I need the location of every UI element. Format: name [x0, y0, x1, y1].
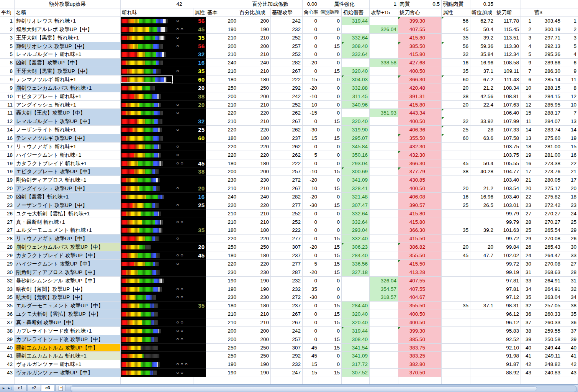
cell-element2[interactable]: 38 [442, 167, 470, 176]
cell-slots[interactable]: ○○ [173, 318, 193, 327]
cell-rank2[interactable]: 21 [521, 176, 533, 184]
cell-charge3[interactable]: 270.08 [533, 235, 562, 243]
col-draw-slash[interactable]: 拔刀斬 [495, 8, 521, 17]
cell-crit-rate[interactable]: -20 [303, 268, 319, 277]
cell-crit-rate[interactable]: -10 [303, 92, 319, 101]
cell-base-attack[interactable]: 267 [271, 117, 303, 126]
cell-rank2[interactable]: 43 [521, 369, 533, 377]
cell-slash-bonus[interactable]: 37.1 [470, 302, 495, 310]
cell-draw-crit-pad[interactable] [427, 75, 442, 84]
cell-slots[interactable]: ○○ [173, 218, 193, 226]
cell-initial-damage[interactable]: 328.41 [342, 184, 370, 193]
cell-draw-crit-pad[interactable] [427, 352, 442, 360]
cell-slots[interactable]: ○○ [173, 285, 193, 294]
cell-element2[interactable]: 20 [442, 84, 470, 92]
cell-rank[interactable]: 40 [0, 344, 15, 352]
cell-indiv-adjust[interactable]: 0 [319, 327, 342, 335]
cell-base[interactable]: 180 [206, 226, 238, 235]
cell-draw-slash[interactable]: 97.81 [495, 285, 521, 294]
cell-name[interactable]: 轟大剣【王虎】攻撃UP【中】 [15, 109, 121, 117]
cell-name[interactable]: 暴砂剣シムンシアル 攻撃UP【中】 [15, 277, 121, 285]
cell-rank3[interactable]: 13 [562, 117, 578, 126]
cell-pct-bonus[interactable]: 190 [238, 277, 271, 285]
cell-sharpness[interactable] [121, 210, 173, 218]
cell-rank3[interactable]: 26 [562, 235, 578, 243]
cell-pct-bonus[interactable]: 190 [238, 360, 271, 369]
cell-attack-plus15[interactable] [370, 218, 398, 226]
cell-slash-bonus[interactable]: 50.4 [470, 159, 495, 168]
cell-pct-bonus[interactable]: 230 [238, 293, 271, 302]
cell-slots[interactable] [173, 352, 193, 360]
cell-attack-plus15[interactable] [370, 92, 398, 101]
cell-crit-rate[interactable]: 0 [303, 42, 319, 51]
cell-element2[interactable]: 45 [442, 251, 470, 260]
cell-draw-crit-pad[interactable] [427, 360, 442, 369]
cell-sharpness[interactable] [121, 327, 173, 335]
cell-element[interactable]: 32 [193, 117, 206, 126]
cell-element2[interactable]: 35 [442, 34, 470, 42]
cell-rank[interactable]: 28 [0, 235, 15, 243]
cell-rank2[interactable]: 38 [521, 327, 533, 335]
cell-draw-slash[interactable]: 97.12 [495, 293, 521, 302]
cell-base-attack[interactable]: 267 [271, 310, 303, 318]
elem-boost-value[interactable]: 1 [370, 0, 398, 8]
cell-base-attack[interactable]: 267 [271, 318, 303, 327]
cell-rank3[interactable]: 9 [562, 67, 578, 75]
cell-charge3[interactable]: 285.95 [533, 101, 562, 109]
cell-base-attack[interactable]: 242 [271, 17, 303, 25]
cell-draw-crit[interactable]: 407.55 [398, 277, 427, 285]
cell-rank3[interactable]: 6 [562, 59, 578, 67]
cell-name[interactable]: ユクモ大斬剣【雲払】斬れ味+1 [15, 210, 121, 218]
cell-attack-plus15[interactable] [370, 335, 398, 344]
cell-rank3[interactable]: 36 [562, 318, 578, 327]
cell-draw-slash[interactable]: 92.52 [495, 335, 521, 344]
cell-rank3[interactable]: 3 [562, 34, 578, 42]
cell-base[interactable]: 180 [206, 251, 238, 260]
cell-rank3[interactable]: 17 [562, 176, 578, 184]
cell-draw-slash[interactable]: 91.87 [495, 360, 521, 369]
cell-draw-crit[interactable]: 427.68 [398, 59, 427, 67]
cell-sharpness[interactable] [121, 352, 173, 360]
cell-initial-damage[interactable]: 336.56 [342, 260, 370, 268]
cell-draw-slash[interactable]: 99.72 [495, 260, 521, 268]
cell-element2[interactable]: 16 [442, 193, 470, 201]
sheet-tab-c1[interactable]: c1 [14, 385, 27, 391]
cell-base[interactable]: 200 [206, 17, 238, 25]
cell-slash-bonus[interactable]: 21.2 [470, 184, 495, 193]
cell-crit-rate[interactable]: -20 [303, 176, 319, 184]
cell-indiv-adjust[interactable]: 15 [319, 235, 342, 243]
empty-cell[interactable] [206, 377, 238, 384]
cell-slots[interactable] [173, 268, 193, 277]
cell-slash-bonus[interactable]: 42.56 [470, 92, 495, 101]
cell-crit-rate[interactable]: 0 [303, 143, 319, 151]
cell-element[interactable]: 16 [193, 193, 206, 201]
cell-rank2[interactable]: 19 [521, 151, 533, 159]
empty-cell[interactable] [562, 377, 578, 384]
cell-draw-slash[interactable]: 113.51 [495, 34, 521, 42]
cell-draw-slash[interactable]: 107.58 [495, 134, 521, 143]
cell-sharpness[interactable] [121, 344, 173, 352]
cell-rank2[interactable]: 7 [521, 67, 533, 75]
cell-crit-rate[interactable]: 0 [303, 226, 319, 235]
cell-element[interactable] [193, 235, 206, 243]
cell-initial-damage[interactable]: 320.40 [342, 67, 370, 75]
empty-cell[interactable] [533, 377, 562, 384]
cell-pct-bonus[interactable]: 210 [238, 310, 271, 318]
cell-attack-plus15[interactable] [370, 159, 398, 168]
cell-attack-plus15[interactable] [370, 176, 398, 184]
cell-rank3[interactable]: 21 [562, 167, 578, 176]
cell-rank3[interactable]: 28 [562, 268, 578, 277]
cell-base[interactable]: 200 [206, 335, 238, 344]
cell-draw-crit[interactable]: 366.30 [398, 75, 427, 84]
cell-sharpness[interactable] [121, 369, 173, 377]
pct-coef-value[interactable]: 0.00 [303, 0, 319, 8]
cell-indiv-adjust[interactable]: 0 [319, 59, 342, 67]
cell-crit-rate[interactable]: -30 [303, 201, 319, 210]
cell-attack-plus15[interactable]: 326.04 [370, 277, 398, 285]
cell-base-attack[interactable]: 267 [271, 67, 303, 75]
cell-draw-crit[interactable]: 366.30 [398, 226, 427, 235]
cell-element[interactable]: 60 [193, 75, 206, 84]
cell-pct-bonus[interactable]: 210 [238, 101, 271, 109]
cell-slash-bonus[interactable] [470, 235, 495, 243]
cell-rank[interactable]: 38 [0, 327, 15, 335]
